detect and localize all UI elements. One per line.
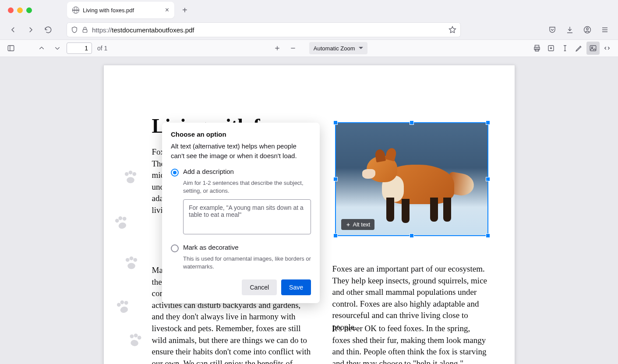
svg-rect-3 [8,46,14,51]
resize-handle[interactable] [486,120,490,125]
radio-mark-decorative[interactable] [171,244,179,252]
svg-point-19 [129,256,133,260]
alt-text-dialog: Choose an option Alt text (alternative t… [162,123,320,303]
svg-point-25 [120,306,129,314]
option-help-text: This is used for ornamental images, like… [183,255,311,271]
dialog-subtitle: Alt text (alternative text) helps when p… [171,141,311,161]
resize-handle[interactable] [486,177,490,181]
svg-point-11 [128,170,132,174]
svg-point-29 [130,339,139,347]
plus-icon [346,222,351,227]
resize-handle[interactable] [410,233,414,238]
draw-tool-button[interactable] [572,42,586,55]
radio-add-description[interactable] [171,169,179,177]
bookmark-star-icon[interactable] [448,26,456,34]
svg-point-27 [134,333,138,338]
prev-page-button[interactable] [35,42,48,55]
tab-title: Living with foxes.pdf [83,7,162,14]
paw-icon [121,169,140,187]
option-mark-decorative[interactable]: Mark as decorative [171,244,311,252]
browser-tab[interactable]: Living with foxes.pdf × [67,2,174,18]
svg-point-18 [125,258,129,262]
paw-icon [122,254,141,273]
window-close-button[interactable] [8,7,14,13]
shield-icon [71,26,78,33]
resize-handle[interactable] [410,120,414,125]
alt-text-button[interactable]: Alt text [341,219,375,230]
pocket-button[interactable] [544,22,560,38]
download-pdf-button[interactable] [544,42,558,55]
page-number-input[interactable] [67,42,92,54]
sidebar-toggle-button[interactable] [4,42,18,55]
lock-icon [81,26,88,33]
svg-rect-4 [535,45,539,47]
inserted-image[interactable]: Alt text [335,122,488,236]
url-text: https://testdocumentaboutfoxes.pdf [92,26,445,34]
svg-point-13 [127,177,134,183]
svg-point-10 [124,172,128,176]
resize-handle[interactable] [333,177,338,181]
text-tool-button[interactable] [558,42,572,55]
zoom-select[interactable]: Automatic Zoom [309,42,367,54]
back-button[interactable] [5,22,21,38]
globe-icon [72,7,79,14]
svg-point-26 [129,334,134,339]
svg-point-14 [114,218,119,223]
svg-point-2 [586,28,589,30]
paw-icon [110,212,133,234]
paw-icon [112,296,134,318]
save-button[interactable]: Save [281,279,311,295]
option-help-text: Aim for 1-2 sentences that describe the … [183,179,311,195]
svg-point-22 [116,302,121,307]
window-minimize-button[interactable] [17,7,23,13]
tab-close-button[interactable]: × [165,7,169,14]
new-tab-button[interactable]: + [182,5,187,15]
next-page-button[interactable] [51,42,64,55]
paw-icon [124,330,145,352]
zoom-out-button[interactable] [286,42,300,55]
menu-button[interactable] [597,22,613,38]
svg-point-12 [132,172,136,176]
downloads-button[interactable] [562,22,578,38]
reload-button[interactable] [40,22,56,38]
svg-point-20 [133,258,137,262]
image-tool-button[interactable] [586,42,600,55]
svg-rect-0 [83,29,87,32]
dialog-title: Choose an option [171,131,311,138]
print-button[interactable] [530,42,544,55]
cancel-button[interactable]: Cancel [242,279,277,295]
page-count-label: of 1 [97,45,107,52]
account-button[interactable] [579,22,595,38]
option-add-description[interactable]: Add a description [171,168,311,177]
resize-handle[interactable] [333,233,338,238]
window-maximize-button[interactable] [26,7,32,13]
url-bar[interactable]: https://testdocumentaboutfoxes.pdf [67,22,461,37]
forward-button[interactable] [23,22,39,38]
document-paragraph: It's never OK to feed foxes. In the spri… [332,323,490,364]
resize-handle[interactable] [333,120,338,125]
svg-point-17 [118,222,127,230]
svg-point-24 [124,300,128,305]
svg-rect-8 [590,46,596,51]
svg-point-16 [122,216,127,221]
tools-menu-button[interactable] [600,42,614,55]
resize-handle[interactable] [486,233,490,238]
svg-point-21 [127,263,135,269]
zoom-in-button[interactable] [271,42,284,55]
description-textarea[interactable] [183,199,311,234]
fox-image-content [336,123,487,235]
